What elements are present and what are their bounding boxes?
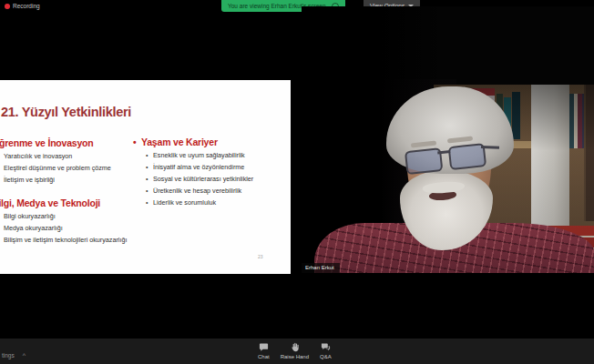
raise-hand-icon (290, 342, 300, 352)
chat-icon (259, 342, 269, 352)
zoom-meeting-window: Recording You are viewing Erhan Erkut's … (0, 0, 594, 364)
shared-screen-slide: 21. Yüzyıl Yetkinlikleri Öğrenme ve İnov… (0, 80, 291, 274)
participant-video: Erhan Erkut (302, 6, 594, 273)
chat-label: Chat (258, 354, 270, 359)
qa-icon (321, 342, 331, 352)
participant-name-tag: Erhan Erkut (302, 263, 340, 273)
caret-up-icon: ^ (23, 352, 26, 359)
meeting-toolbar: tings ^ Chat Raise Hand Q&A (0, 339, 594, 364)
bullet-item: Yaratıcılık ve inovasyon (0, 152, 136, 161)
raise-hand-button[interactable]: Raise Hand (281, 342, 309, 359)
recording-indicator: Recording (5, 3, 40, 9)
slide-page-number: 23 (258, 254, 263, 259)
bullet-item: Bilgi okuryazarlığı (0, 212, 136, 221)
slide-section-media-technology: Bilgi, Medya ve Teknoloji Bilgi okuryaza… (0, 197, 136, 245)
section-heading: Öğrenme ve İnovasyon (0, 137, 136, 148)
bullet-item: Eleştirel düşünme ve problem çözme (0, 164, 136, 173)
settings-control-partial[interactable]: tings ^ (2, 352, 26, 359)
bullet-item: Medya okuryazarlığı (0, 224, 136, 233)
recording-dot-icon (5, 4, 10, 9)
bullet-item: Sosyal ve kültürlerarası yetkinlikler (133, 175, 290, 184)
slide-section-learning-innovation: Öğrenme ve İnovasyon Yaratıcılık ve inov… (0, 137, 136, 185)
raise-hand-label: Raise Hand (281, 354, 309, 359)
bullet-item: Üretkenlik ve hesap verebilirlik (133, 187, 290, 196)
slide-section-life-career: Yaşam ve Kariyer Esneklik ve uyum sağlay… (133, 136, 290, 207)
bullet-item: İnisyatif alma ve özyönlendirme (133, 163, 290, 172)
chat-button[interactable]: Chat (258, 342, 270, 359)
qa-button[interactable]: Q&A (320, 342, 332, 359)
bullet-item: Bilişim ve iletişim teknolojileri okurya… (0, 236, 136, 245)
settings-partial-label: tings (2, 352, 15, 359)
bullet-item: Esneklik ve uyum sağlayabilirlik (133, 151, 290, 160)
slide-title: 21. Yüzyıl Yetkinlikleri (1, 105, 131, 119)
section-heading: Bilgi, Medya ve Teknoloji (0, 197, 136, 208)
bullet-item: İletişim ve işbirliği (0, 176, 136, 185)
section-heading: Yaşam ve Kariyer (133, 136, 290, 147)
bullet-item: Liderlik ve sorumluluk (133, 198, 290, 207)
recording-label: Recording (13, 3, 40, 9)
qa-label: Q&A (320, 354, 332, 359)
toolbar-button-group: Chat Raise Hand Q&A (258, 342, 332, 359)
